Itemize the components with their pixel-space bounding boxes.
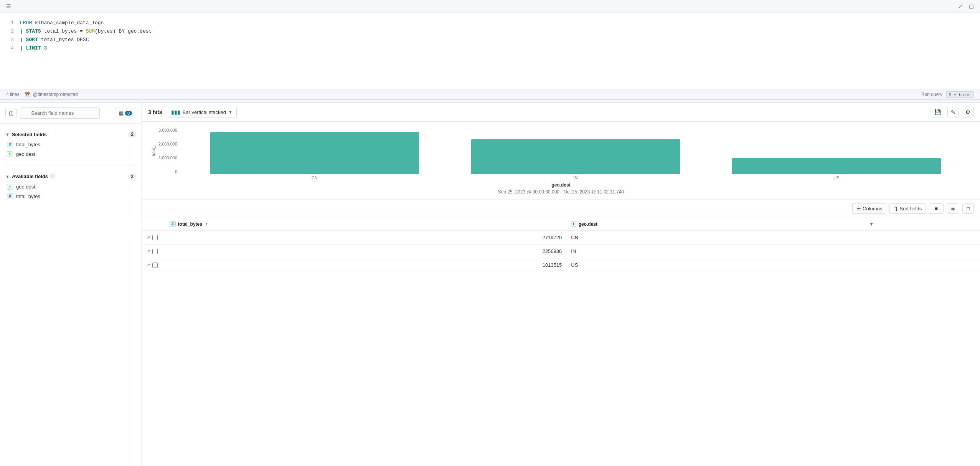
chart-x-label: IN (445, 175, 706, 180)
field-name: geo.dest (16, 151, 35, 157)
sort-fields-button[interactable]: ⇅ Sort fields (889, 203, 926, 214)
y-tick: 2,000,000 (158, 142, 177, 146)
available-field-item[interactable]: #total_bytes (5, 192, 136, 201)
search-field-input[interactable] (20, 107, 100, 119)
code-content: FROM kibana_sample_data_logs (20, 19, 104, 27)
row-actions: ↗ (147, 249, 160, 254)
resize-handle[interactable]: ⎯ (0, 100, 980, 103)
y-tick: 0 (175, 169, 177, 174)
edit-icon-button[interactable]: ✎ (947, 107, 959, 117)
info-icon: ⓘ (50, 173, 55, 180)
row-actions-cell: ↗ (142, 258, 165, 272)
geo-dest-cell: IN (566, 245, 865, 258)
full-screen-icon: □ (967, 206, 970, 212)
chart-time-range: Sep 25, 2023 @ 00:00:00.000 - Oct 25, 20… (151, 189, 971, 196)
available-fields-header[interactable]: ▼ Available fields ⓘ 2 (5, 172, 136, 182)
expand-editor-icon[interactable]: ⤢ (957, 2, 964, 10)
chart-bar[interactable] (471, 139, 680, 174)
chevron-down-icon: ▼ (228, 110, 233, 114)
chart-y-axis: 3,000,0002,000,0001,000,0000 (157, 128, 180, 174)
y-tick: 3,000,000 (158, 128, 177, 132)
save-icon-button[interactable]: 💾 (931, 107, 944, 117)
sidebar: ◫ 🔍 ▦ 0 ▼ Selected fields 2 (0, 103, 142, 466)
selected-fields-title-group: ▼ Selected fields (5, 132, 47, 137)
chart-type-select[interactable]: ▮▮▮ Bar vertical stacked ▼ (167, 107, 237, 117)
code-editor[interactable]: 1FROM kibana_sample_data_logs2| STATS to… (0, 13, 980, 59)
selected-field-item[interactable]: #total_bytes (5, 140, 136, 149)
row-expand-icon[interactable]: ↗ (147, 249, 150, 254)
editor-footer-left: 4 lines 📅 @timestamp detected (6, 92, 78, 97)
line-number: 1 (8, 19, 14, 27)
row-checkbox[interactable] (152, 235, 158, 240)
collapse-icon: ▼ (5, 132, 10, 137)
y-tick: 1,000,000 (158, 155, 177, 160)
columns-button[interactable]: ☰ Columns (852, 203, 886, 214)
selected-fields-header[interactable]: ▼ Selected fields 2 (5, 130, 136, 140)
run-query-area: Run query ⌘ + Enter (921, 92, 974, 97)
chart-bar-group (184, 128, 445, 174)
field-type-badge: t (7, 184, 13, 190)
col-expand-header: ▼ (865, 218, 980, 230)
selected-fields-list: #total_bytestgeo.dest (5, 140, 136, 159)
grid-view-button[interactable]: ◾ (929, 203, 944, 214)
total-bytes-cell: 2256936 (165, 245, 566, 258)
selected-field-item[interactable]: tgeo.dest (5, 149, 136, 159)
run-query-shortcut: ⌘ + Enter (946, 91, 974, 98)
row-expand-cell (865, 258, 980, 272)
available-fields-section: ▼ Available fields ⓘ 2 tgeo.dest#total_b… (0, 169, 142, 204)
code-content: | STATS total_bytes = SUM(bytes) BY geo.… (20, 27, 152, 36)
chart-y-label: total_ (151, 146, 156, 156)
sort-chevron-icon[interactable]: ▼ (205, 222, 208, 226)
settings-icon-button[interactable]: ⚙ (962, 107, 974, 117)
code-line: 4| LIMIT 3 (8, 44, 972, 53)
code-content: | SORT total_bytes DESC (20, 36, 89, 44)
full-screen-table-button[interactable]: □ (962, 203, 974, 214)
table-row: ↗ 2256936 IN (142, 245, 980, 258)
row-checkbox[interactable] (152, 263, 158, 268)
chart-bar-icon: ▮▮▮ (171, 109, 180, 115)
field-name: total_bytes (16, 142, 40, 147)
available-field-item[interactable]: tgeo.dest (5, 182, 136, 192)
chart-type-label: Bar vertical stacked (183, 109, 226, 115)
col-actions-header (142, 218, 165, 230)
editor-toolbar-top: ☰ ⤢ ▢ (0, 0, 980, 13)
filter-badge: 0 (125, 111, 132, 116)
row-expand-cell (865, 230, 980, 245)
timestamp-detected: 📅 @timestamp detected (25, 92, 78, 97)
chart-x-label: CN (184, 175, 445, 180)
available-fields-list: tgeo.dest#total_bytes (5, 182, 136, 201)
field-name: geo.dest (16, 184, 35, 190)
chart-bar[interactable] (732, 158, 941, 174)
content-topbar-left: 3 hits ▮▮▮ Bar vertical stacked ▼ (148, 107, 237, 117)
filter-button[interactable]: ▦ 0 (115, 108, 136, 118)
row-checkbox[interactable] (152, 249, 158, 254)
code-line: 1FROM kibana_sample_data_logs (8, 19, 972, 27)
chart-x-axis-title: geo.dest (151, 182, 971, 188)
row-height-button[interactable]: ≣ (947, 203, 959, 214)
chart-bar-group (706, 128, 967, 174)
row-expand-icon[interactable]: ↗ (147, 263, 150, 268)
chart-bar[interactable] (210, 132, 419, 174)
search-wrapper: 🔍 (20, 107, 112, 119)
data-table: # total_bytes ▼ t geo.dest (142, 218, 980, 272)
available-fields-label: Available fields (12, 174, 48, 179)
editor-left-icons: ☰ (5, 2, 13, 10)
sidebar-toggle-button[interactable]: ◫ (5, 108, 17, 118)
editor-right-icons: ⤢ ▢ (957, 2, 975, 10)
field-type-badge: # (7, 193, 13, 199)
geo-dest-col-label: geo.dest (579, 221, 597, 227)
content-topbar-right: 💾 ✎ ⚙ (931, 107, 974, 117)
inspect-icon[interactable]: ▢ (967, 2, 975, 10)
table-row: ↗ 2719720 CN (142, 230, 980, 245)
content-topbar: 3 hits ▮▮▮ Bar vertical stacked ▼ 💾 ✎ ⚙ (142, 103, 980, 122)
row-actions: ↗ (147, 263, 160, 268)
menu-icon[interactable]: ☰ (5, 2, 13, 10)
hits-badge: 3 hits (148, 109, 162, 115)
available-collapse-icon: ▼ (5, 174, 10, 179)
row-expand-icon[interactable]: ↗ (147, 235, 150, 240)
total-bytes-col-label: total_bytes (178, 221, 202, 227)
col-total-bytes-header: # total_bytes ▼ (165, 218, 566, 230)
geo-dest-cell: CN (566, 230, 865, 245)
expand-all-icon[interactable]: ▼ (869, 221, 874, 227)
sort-icon: ⇅ (894, 206, 898, 212)
